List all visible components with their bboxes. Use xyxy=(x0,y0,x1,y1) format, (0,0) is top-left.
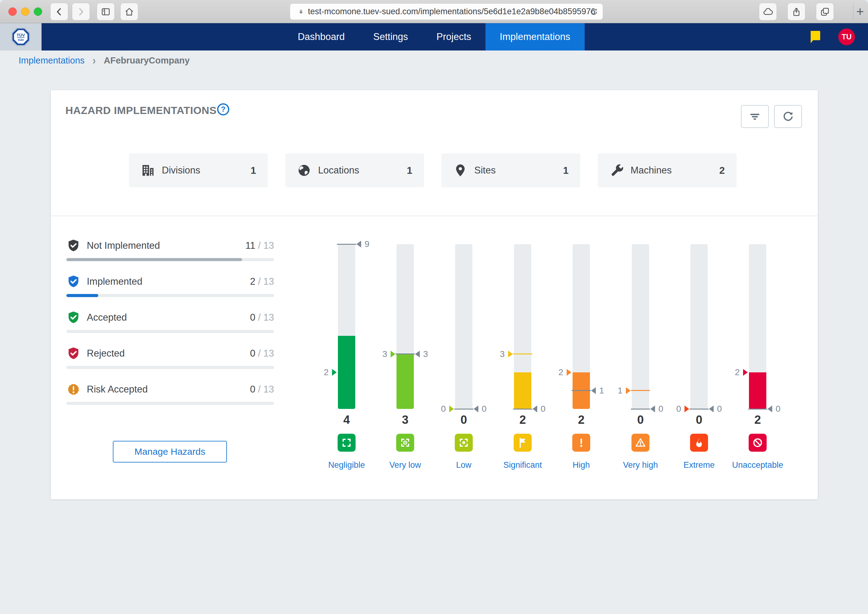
status-total: / 13 xyxy=(255,384,274,395)
bar-track: 30 xyxy=(514,244,531,409)
avatar[interactable]: TU xyxy=(838,28,855,45)
status-total: / 13 xyxy=(255,240,274,251)
stat-card-label: Locations xyxy=(318,165,359,176)
new-tab-button[interactable]: + xyxy=(853,3,867,20)
marker-line xyxy=(748,409,767,409)
filter-button[interactable] xyxy=(741,105,769,128)
manage-hazards-button[interactable]: Manage Hazards xyxy=(113,441,227,462)
marker-triangle-icon xyxy=(533,406,537,412)
frame-dot-small-icon[interactable] xyxy=(396,434,414,452)
marker-triangle-icon xyxy=(743,369,748,376)
stat-card-label: Divisions xyxy=(162,165,200,176)
nav-items: DashboardSettingsProjectsImplementations xyxy=(0,23,868,51)
status-total: / 13 xyxy=(255,276,274,287)
status-fraction: 0 / 13 xyxy=(250,384,274,395)
reload-icon[interactable] xyxy=(589,7,598,16)
status-label: Risk Accepted xyxy=(87,384,148,395)
url-bar[interactable]: test-mcomone.tuev-sued.com/implementatio… xyxy=(290,3,603,20)
nav-item-implementations[interactable]: Implementations xyxy=(485,23,584,51)
share-button[interactable] xyxy=(787,3,806,20)
burst-exclaim-icon xyxy=(66,382,81,397)
stat-card-value: 1 xyxy=(407,165,412,176)
help-icon[interactable]: ? xyxy=(216,102,230,116)
sidebar-button[interactable] xyxy=(97,3,115,20)
hazard-implementations-panel: HAZARD IMPLEMENTATIONS ? Divisions1Locat… xyxy=(51,90,818,499)
status-progress-track xyxy=(66,330,274,333)
lock-icon xyxy=(297,8,305,16)
status-progress-track xyxy=(66,258,274,261)
status-fraction: 11 / 13 xyxy=(245,240,274,251)
feedback-icon[interactable] xyxy=(809,30,821,44)
marker-line xyxy=(395,354,415,354)
browser-chrome: test-mcomone.tuev-sued.com/implementatio… xyxy=(0,0,868,23)
marker-value: 0 xyxy=(717,404,722,414)
frame-icon[interactable] xyxy=(338,434,356,452)
back-button[interactable] xyxy=(50,3,68,20)
forward-button[interactable] xyxy=(72,3,90,20)
marker-value: 3 xyxy=(500,349,505,359)
bar-track: 33 xyxy=(397,244,414,409)
bar-fill xyxy=(338,336,355,409)
flag-icon[interactable] xyxy=(514,434,532,452)
home-button[interactable] xyxy=(120,3,138,20)
nav-item-projects[interactable]: Projects xyxy=(422,23,485,51)
globe-icon xyxy=(297,163,311,178)
tabs-overview-button[interactable] xyxy=(816,3,834,20)
nav-item-settings[interactable]: Settings xyxy=(359,23,422,51)
bar-value: 0 xyxy=(613,413,668,426)
status-progress-track xyxy=(66,402,274,405)
marker-triangle-icon xyxy=(356,241,361,248)
zoom-window-button[interactable] xyxy=(34,8,42,16)
minimize-window-button[interactable] xyxy=(21,8,30,16)
app-navbar: TÜV SÜD DashboardSettingsProjectsImpleme… xyxy=(0,23,868,51)
marker-triangle-icon xyxy=(390,351,395,358)
warning-triangle-icon[interactable] xyxy=(632,434,649,452)
breadcrumb-link-implementations[interactable]: Implementations xyxy=(19,56,85,66)
marker-triangle-icon xyxy=(415,351,420,358)
refresh-button[interactable] xyxy=(774,105,802,128)
status-count: 11 xyxy=(245,240,255,251)
marker-line xyxy=(689,409,709,409)
marker-triangle-icon xyxy=(684,406,689,412)
no-entry-icon[interactable] xyxy=(749,434,767,452)
nav-item-dashboard[interactable]: Dashboard xyxy=(283,23,359,51)
category-label-unacceptable[interactable]: Unacceptable xyxy=(720,460,795,470)
bar-fill xyxy=(397,354,414,409)
marker-line xyxy=(513,409,532,409)
status-label: Accepted xyxy=(87,312,127,323)
marker-value: 0 xyxy=(776,404,781,414)
marker-triangle-icon xyxy=(709,406,714,412)
flame-icon[interactable] xyxy=(690,434,708,452)
close-window-button[interactable] xyxy=(8,8,17,16)
svg-text:?: ? xyxy=(221,105,226,113)
stat-card-value: 2 xyxy=(719,165,725,176)
marker-value: 1 xyxy=(599,385,604,396)
marker-value: 9 xyxy=(364,239,370,250)
bar-track: 29 xyxy=(338,244,355,409)
panel-divider xyxy=(51,216,818,216)
marker-line xyxy=(337,244,356,245)
marker-triangle-icon xyxy=(332,369,337,376)
marker-value: 3 xyxy=(382,349,387,359)
marker-triangle-icon xyxy=(591,387,596,394)
stat-card-label: Sites xyxy=(474,165,496,176)
bar-fill xyxy=(749,372,766,409)
marker-value: 0 xyxy=(676,404,681,414)
marker-triangle-icon xyxy=(508,351,513,358)
status-row-not-implemented: Not Implemented11 / 13 xyxy=(66,238,274,268)
status-count: 0 xyxy=(250,312,255,323)
frame-dot-icon[interactable] xyxy=(455,434,473,452)
stat-card-machines: Machines2 xyxy=(598,154,737,188)
marker-value: 0 xyxy=(482,404,487,414)
marker-value: 1 xyxy=(618,385,622,396)
exclamation-icon[interactable] xyxy=(572,434,590,452)
marker-value: 2 xyxy=(735,367,740,378)
status-fraction: 2 / 13 xyxy=(250,276,274,287)
marker-value: 2 xyxy=(324,367,328,378)
bar-value: 2 xyxy=(553,413,609,426)
cloud-button[interactable] xyxy=(759,3,777,20)
marker-value: 0 xyxy=(658,404,663,414)
browser-window: test-mcomone.tuev-sued.com/implementatio… xyxy=(0,0,868,614)
breadcrumb: Implementations › AFebruaryCompany xyxy=(19,55,190,66)
map-pin-icon xyxy=(453,163,467,178)
